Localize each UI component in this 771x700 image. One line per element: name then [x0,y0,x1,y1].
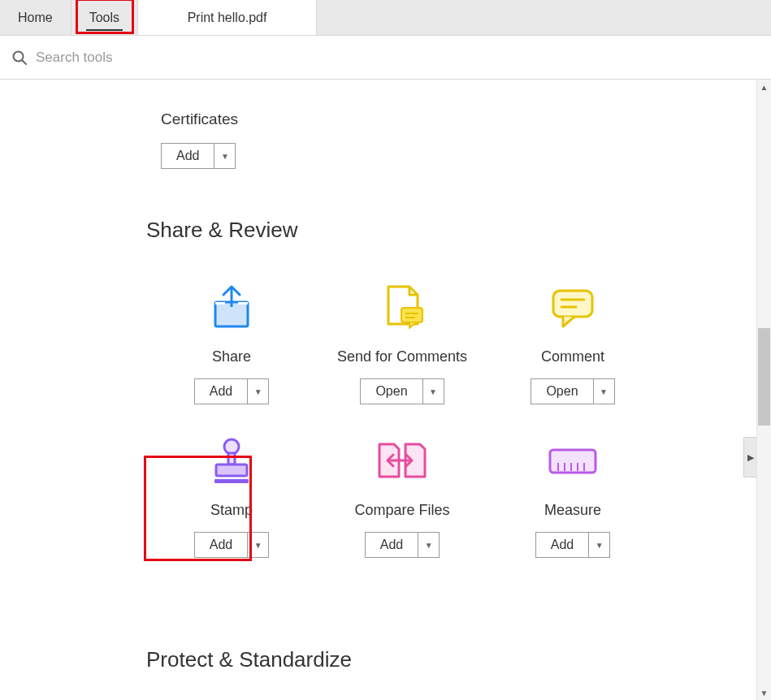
tool-compare-files-label: Compare Files [354,502,449,519]
svg-rect-14 [214,479,249,483]
stamp-action-button[interactable]: Add ▼ [194,532,269,558]
svg-rect-15 [550,450,596,473]
search-input[interactable] [36,50,760,66]
side-panel-expand-handle[interactable]: ▶ [743,437,756,477]
compare-files-action-button[interactable]: Add ▼ [365,532,440,558]
tool-measure[interactable]: Measure Add ▼ [487,429,658,558]
tools-scroll-area: Certificates Add ▼ Share & Review [0,80,771,700]
svg-rect-12 [228,453,235,465]
tab-home[interactable]: Home [0,0,71,35]
section-title-protect-standardize: Protect & Standardize [146,647,771,672]
tool-share[interactable]: Share Add ▼ [146,275,317,404]
share-action-button[interactable]: Add ▼ [194,378,269,404]
measure-icon [547,429,599,494]
stamp-add-button[interactable]: Add [195,533,247,557]
certificates-dropdown-icon[interactable]: ▼ [214,144,235,168]
tool-send-for-comments[interactable]: Send for Comments Open ▼ [317,275,487,404]
certificates-action-button[interactable]: Add ▼ [161,143,236,169]
share-add-button[interactable]: Add [195,379,247,404]
measure-add-button[interactable]: Add [536,533,588,557]
measure-action-button[interactable]: Add ▼ [535,532,610,558]
section-title-share-review: Share & Review [146,218,771,243]
svg-point-0 [14,51,24,61]
compare-files-icon [375,429,429,494]
vertical-scrollbar[interactable]: ▲ ▼ [756,80,771,700]
stamp-dropdown-icon[interactable]: ▼ [247,533,268,557]
tab-bar: Home Tools Print hello.pdf [0,0,771,36]
scroll-down-arrow-icon[interactable]: ▼ [757,685,771,700]
send-for-comments-action-button[interactable]: Open ▼ [360,378,444,404]
scroll-up-arrow-icon[interactable]: ▲ [757,80,771,94]
tool-share-label: Share [212,348,251,365]
tool-compare-files[interactable]: Compare Files Add ▼ [317,429,487,558]
svg-rect-5 [401,308,422,322]
svg-rect-3 [215,302,225,305]
tool-certificates: Certificates Add ▼ [146,104,771,169]
send-for-comments-open-button[interactable]: Open [361,379,422,404]
tab-tools[interactable]: Tools [71,0,138,35]
tool-send-for-comments-label: Send for Comments [337,348,467,365]
comment-open-button[interactable]: Open [531,379,592,404]
share-icon [207,275,256,340]
tool-certificates-label: Certificates [161,110,238,128]
share-dropdown-icon[interactable]: ▼ [247,379,268,404]
send-for-comments-dropdown-icon[interactable]: ▼ [422,379,444,404]
tools-content: Certificates Add ▼ Share & Review [0,80,771,672]
svg-line-1 [23,60,27,64]
share-review-grid: Share Add ▼ Se [146,275,771,582]
svg-rect-8 [553,291,592,317]
measure-dropdown-icon[interactable]: ▼ [588,533,609,557]
compare-files-dropdown-icon[interactable]: ▼ [418,533,439,557]
certificates-add-button[interactable]: Add [162,144,214,168]
tool-stamp-label: Stamp [210,502,253,519]
search-bar [0,36,771,80]
comment-action-button[interactable]: Open ▼ [531,378,614,404]
scrollbar-thumb[interactable] [758,328,770,426]
search-icon [11,50,28,66]
tool-stamp[interactable]: Stamp Add ▼ [146,429,317,558]
comment-icon [548,275,597,340]
tool-comment-label: Comment [541,348,604,365]
send-for-comments-icon [377,275,427,340]
tool-comment[interactable]: Comment Open ▼ [487,275,658,404]
tool-measure-label: Measure [544,502,601,519]
svg-rect-4 [238,302,248,305]
svg-rect-13 [216,465,247,476]
svg-point-11 [224,439,239,454]
comment-dropdown-icon[interactable]: ▼ [593,379,614,404]
compare-files-add-button[interactable]: Add [366,533,418,557]
stamp-icon [208,429,255,494]
tab-document[interactable]: Print hello.pdf [138,0,317,35]
